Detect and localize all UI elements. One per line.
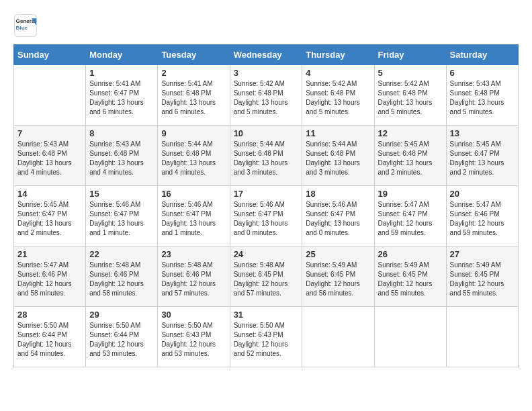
calendar-cell: 21Sunrise: 5:47 AMSunset: 6:46 PMDayligh… — [14, 246, 86, 307]
day-info: Sunrise: 5:46 AMSunset: 6:47 PMDaylight:… — [306, 200, 370, 238]
day-number: 16 — [161, 189, 226, 199]
calendar-cell: 16Sunrise: 5:46 AMSunset: 6:47 PMDayligh… — [158, 186, 230, 246]
day-number: 8 — [89, 128, 154, 138]
day-info: Sunrise: 5:48 AMSunset: 6:46 PMDaylight:… — [161, 261, 226, 298]
weekday-header: Monday — [86, 45, 158, 65]
day-info: Sunrise: 5:44 AMSunset: 6:48 PMDaylight:… — [306, 140, 370, 177]
day-info: Sunrise: 5:44 AMSunset: 6:48 PMDaylight:… — [234, 140, 299, 177]
day-number: 23 — [161, 249, 226, 259]
calendar-week-row: 1Sunrise: 5:41 AMSunset: 6:47 PMDaylight… — [14, 65, 519, 126]
day-number: 27 — [450, 249, 515, 259]
day-info: Sunrise: 5:48 AMSunset: 6:46 PMDaylight:… — [89, 261, 154, 298]
calendar-week-row: 28Sunrise: 5:50 AMSunset: 6:44 PMDayligh… — [14, 307, 519, 367]
calendar-cell: 29Sunrise: 5:50 AMSunset: 6:44 PMDayligh… — [86, 307, 158, 367]
day-info: Sunrise: 5:41 AMSunset: 6:47 PMDaylight:… — [89, 79, 154, 117]
day-info: Sunrise: 5:50 AMSunset: 6:43 PMDaylight:… — [161, 321, 226, 359]
calendar-week-row: 7Sunrise: 5:43 AMSunset: 6:48 PMDaylight… — [14, 126, 519, 186]
day-number: 17 — [234, 189, 299, 199]
weekday-header-row: SundayMondayTuesdayWednesdayThursdayFrid… — [14, 45, 519, 65]
weekday-header: Saturday — [446, 45, 518, 65]
day-number: 30 — [161, 310, 226, 320]
logo-icon: General Blue — [13, 13, 38, 38]
day-info: Sunrise: 5:43 AMSunset: 6:48 PMDaylight:… — [17, 140, 82, 177]
day-number: 6 — [450, 68, 515, 78]
weekday-header: Wednesday — [230, 45, 302, 65]
day-info: Sunrise: 5:42 AMSunset: 6:48 PMDaylight:… — [378, 79, 443, 117]
day-number: 24 — [234, 249, 299, 259]
calendar-table: SundayMondayTuesdayWednesdayThursdayFrid… — [13, 44, 519, 367]
day-info: Sunrise: 5:45 AMSunset: 6:47 PMDaylight:… — [450, 140, 515, 177]
day-number: 14 — [17, 189, 82, 199]
day-number: 13 — [450, 128, 515, 138]
weekday-header: Sunday — [14, 45, 86, 65]
calendar-cell: 15Sunrise: 5:46 AMSunset: 6:47 PMDayligh… — [86, 186, 158, 246]
calendar-cell: 28Sunrise: 5:50 AMSunset: 6:44 PMDayligh… — [14, 307, 86, 367]
day-info: Sunrise: 5:45 AMSunset: 6:47 PMDaylight:… — [17, 200, 82, 238]
day-info: Sunrise: 5:49 AMSunset: 6:45 PMDaylight:… — [306, 261, 370, 298]
calendar-cell: 4Sunrise: 5:42 AMSunset: 6:48 PMDaylight… — [302, 65, 374, 126]
calendar-cell: 31Sunrise: 5:50 AMSunset: 6:43 PMDayligh… — [230, 307, 302, 367]
calendar-cell: 23Sunrise: 5:48 AMSunset: 6:46 PMDayligh… — [158, 246, 230, 307]
day-number: 21 — [17, 249, 82, 259]
day-info: Sunrise: 5:41 AMSunset: 6:48 PMDaylight:… — [161, 79, 226, 117]
logo: General Blue — [13, 13, 38, 38]
weekday-header: Tuesday — [158, 45, 230, 65]
day-number: 15 — [89, 189, 154, 199]
day-number: 22 — [89, 249, 154, 259]
day-number: 4 — [306, 68, 370, 78]
calendar-cell — [374, 307, 446, 367]
day-number: 29 — [89, 310, 154, 320]
day-info: Sunrise: 5:48 AMSunset: 6:45 PMDaylight:… — [234, 261, 299, 298]
day-info: Sunrise: 5:47 AMSunset: 6:46 PMDaylight:… — [450, 200, 515, 238]
day-info: Sunrise: 5:42 AMSunset: 6:48 PMDaylight:… — [306, 79, 370, 117]
day-info: Sunrise: 5:44 AMSunset: 6:48 PMDaylight:… — [161, 140, 226, 177]
day-info: Sunrise: 5:43 AMSunset: 6:48 PMDaylight:… — [89, 140, 154, 177]
day-info: Sunrise: 5:43 AMSunset: 6:48 PMDaylight:… — [450, 79, 515, 117]
day-number: 11 — [306, 128, 370, 138]
day-number: 31 — [234, 310, 299, 320]
calendar-cell: 10Sunrise: 5:44 AMSunset: 6:48 PMDayligh… — [230, 126, 302, 186]
calendar-cell: 26Sunrise: 5:49 AMSunset: 6:45 PMDayligh… — [374, 246, 446, 307]
day-info: Sunrise: 5:46 AMSunset: 6:47 PMDaylight:… — [161, 200, 226, 238]
day-info: Sunrise: 5:50 AMSunset: 6:43 PMDaylight:… — [234, 321, 299, 359]
calendar-cell: 14Sunrise: 5:45 AMSunset: 6:47 PMDayligh… — [14, 186, 86, 246]
day-number: 10 — [234, 128, 299, 138]
day-number: 25 — [306, 249, 370, 259]
calendar-cell: 27Sunrise: 5:49 AMSunset: 6:45 PMDayligh… — [446, 246, 518, 307]
day-number: 26 — [378, 249, 443, 259]
day-number: 5 — [378, 68, 443, 78]
calendar-cell: 22Sunrise: 5:48 AMSunset: 6:46 PMDayligh… — [86, 246, 158, 307]
calendar-cell: 8Sunrise: 5:43 AMSunset: 6:48 PMDaylight… — [86, 126, 158, 186]
calendar-cell: 18Sunrise: 5:46 AMSunset: 6:47 PMDayligh… — [302, 186, 374, 246]
calendar-cell — [446, 307, 518, 367]
day-info: Sunrise: 5:50 AMSunset: 6:44 PMDaylight:… — [17, 321, 82, 359]
calendar-cell: 17Sunrise: 5:46 AMSunset: 6:47 PMDayligh… — [230, 186, 302, 246]
calendar-cell: 25Sunrise: 5:49 AMSunset: 6:45 PMDayligh… — [302, 246, 374, 307]
day-info: Sunrise: 5:49 AMSunset: 6:45 PMDaylight:… — [378, 261, 443, 298]
calendar-week-row: 14Sunrise: 5:45 AMSunset: 6:47 PMDayligh… — [14, 186, 519, 246]
calendar-cell: 12Sunrise: 5:45 AMSunset: 6:48 PMDayligh… — [374, 126, 446, 186]
day-number: 2 — [161, 68, 226, 78]
day-number: 19 — [378, 189, 443, 199]
day-number: 12 — [378, 128, 443, 138]
calendar-cell: 7Sunrise: 5:43 AMSunset: 6:48 PMDaylight… — [14, 126, 86, 186]
weekday-header: Thursday — [302, 45, 374, 65]
calendar-cell: 5Sunrise: 5:42 AMSunset: 6:48 PMDaylight… — [374, 65, 446, 126]
day-info: Sunrise: 5:50 AMSunset: 6:44 PMDaylight:… — [89, 321, 154, 359]
page-header: General Blue — [13, 13, 519, 38]
calendar-cell: 9Sunrise: 5:44 AMSunset: 6:48 PMDaylight… — [158, 126, 230, 186]
day-info: Sunrise: 5:49 AMSunset: 6:45 PMDaylight:… — [450, 261, 515, 298]
day-info: Sunrise: 5:47 AMSunset: 6:46 PMDaylight:… — [17, 261, 82, 298]
day-info: Sunrise: 5:46 AMSunset: 6:47 PMDaylight:… — [89, 200, 154, 238]
day-number: 1 — [89, 68, 154, 78]
calendar-cell: 6Sunrise: 5:43 AMSunset: 6:48 PMDaylight… — [446, 65, 518, 126]
day-number: 9 — [161, 128, 226, 138]
day-info: Sunrise: 5:45 AMSunset: 6:48 PMDaylight:… — [378, 140, 443, 177]
calendar-cell: 24Sunrise: 5:48 AMSunset: 6:45 PMDayligh… — [230, 246, 302, 307]
calendar-cell: 19Sunrise: 5:47 AMSunset: 6:47 PMDayligh… — [374, 186, 446, 246]
calendar-cell — [14, 65, 86, 126]
calendar-cell: 13Sunrise: 5:45 AMSunset: 6:47 PMDayligh… — [446, 126, 518, 186]
day-number: 7 — [17, 128, 82, 138]
calendar-cell: 2Sunrise: 5:41 AMSunset: 6:48 PMDaylight… — [158, 65, 230, 126]
weekday-header: Friday — [374, 45, 446, 65]
